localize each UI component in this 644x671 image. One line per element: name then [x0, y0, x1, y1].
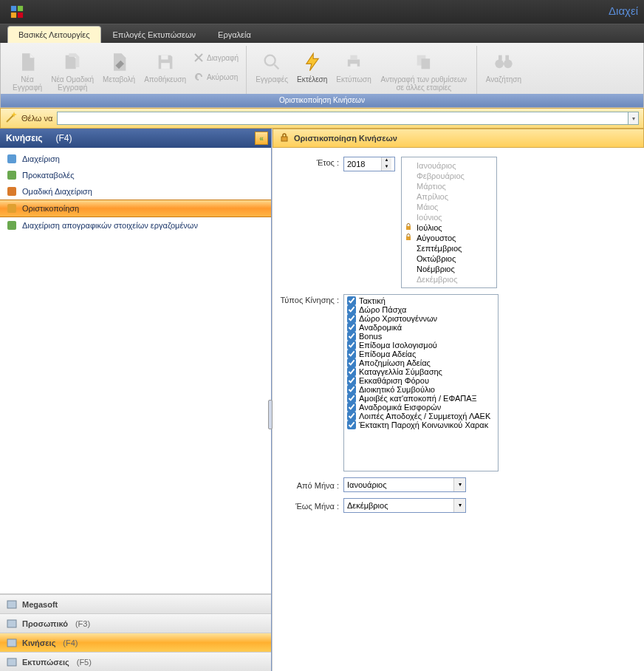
month-item: Δεκέμβριος [402, 274, 496, 285]
chevron-down-icon[interactable]: ▾ [453, 499, 465, 512]
sidebar-item[interactable]: Οριστικοποίηση [0, 200, 271, 217]
svg-point-13 [504, 60, 513, 69]
year-spin-down[interactable]: ▼ [382, 164, 391, 171]
type-item[interactable]: Αποζημίωση Αδείας [346, 358, 496, 367]
type-label: Επίδομα Αδείας [359, 350, 416, 358]
type-checkbox[interactable] [347, 305, 356, 314]
search-button[interactable]: Αναζήτηση [482, 47, 526, 86]
svg-rect-9 [350, 64, 357, 69]
list-icon [6, 185, 18, 197]
menu-tab-print-options[interactable]: Επιλογές Εκτυπώσεων [103, 27, 207, 43]
type-label: Τακτική [359, 296, 386, 305]
edit-button[interactable]: Μεταβολή [98, 47, 140, 86]
type-item[interactable]: Bonus [346, 332, 496, 341]
type-checkbox[interactable] [347, 358, 356, 367]
month-item[interactable]: Νοέμβριος [402, 264, 496, 274]
month-list[interactable]: ΙανουάριοςΦεβρουάριοςΜάρτιοςΑπρίλιοςΜάιο… [401, 157, 497, 288]
type-label: Αμοιβές κατ'αποκοπή / ΕΦΑΠΑΞ [359, 394, 477, 403]
month-item[interactable]: Αύγουστος [402, 233, 496, 243]
sidebar-item-label: Διαχείριση [22, 154, 60, 163]
cancel-button[interactable]: Ακύρωση [191, 69, 242, 84]
search-input[interactable] [57, 112, 628, 125]
wand-icon [5, 112, 17, 125]
type-item[interactable]: Καταγγελλία Σύμβασης [346, 367, 496, 376]
splitter-handle[interactable] [268, 400, 273, 429]
svg-rect-19 [7, 204, 16, 213]
month-item[interactable]: Οκτώβριος [402, 253, 496, 264]
svg-rect-21 [7, 601, 16, 608]
type-item[interactable]: Αναδρομικά [346, 323, 496, 332]
type-checkbox[interactable] [347, 367, 356, 376]
pencil-icon [109, 50, 129, 74]
menu-tab-basic[interactable]: Βασικές Λειτουργίες [7, 26, 101, 43]
month-item: Ιούνιος [402, 212, 496, 222]
type-checkbox[interactable] [347, 350, 356, 358]
from-month-label: Από Μήνα : [278, 480, 343, 490]
type-item[interactable]: Διοικητικό Συμβούλιο [346, 385, 496, 394]
search-dropdown[interactable]: ▾ [628, 112, 639, 125]
new-record-button[interactable]: Νέα Εγγραφή [8, 47, 47, 95]
month-item[interactable]: Ιούλιος [402, 222, 496, 233]
sidebar-item[interactable]: Ομαδική Διαχείριση [0, 183, 271, 200]
new-group-record-button[interactable]: Νέα Ομαδική Εγγραφή [47, 47, 98, 95]
list-icon [6, 202, 18, 214]
type-item[interactable]: Αναδρομικά Εισφορών [346, 403, 496, 412]
type-checkbox[interactable] [347, 341, 356, 350]
year-field[interactable] [344, 160, 381, 168]
type-item[interactable]: Δώρο Πάσχα [346, 305, 496, 314]
nav-shortcut: (F4) [63, 638, 78, 647]
list-icon [6, 219, 18, 231]
type-checkbox[interactable] [347, 420, 356, 429]
type-label: Διοικητικό Συμβούλιο [359, 385, 435, 394]
type-checkbox[interactable] [347, 403, 356, 412]
sidebar-item[interactable]: Διαχείριση [0, 151, 271, 167]
month-item[interactable]: Σεπτέμβριος [402, 243, 496, 253]
month-label: Ιούνιος [417, 213, 442, 222]
type-item[interactable]: Τακτική [346, 296, 496, 305]
type-item[interactable]: Δώρο Χριστουγέννων [346, 314, 496, 323]
type-item[interactable]: Έκτακτη Παροχή Κοινωνικού Χαρακ [346, 420, 496, 429]
type-item[interactable]: Επίδομα Ισολογισμού [346, 341, 496, 350]
nav-panel[interactable]: Κινήσεις(F4) [0, 633, 271, 652]
type-item[interactable]: Αμοιβές κατ'αποκοπή / ΕΦΑΠΑΞ [346, 394, 496, 403]
sidebar-item[interactable]: Διαχείριση απογραφικών στοιχείων εργαζομ… [0, 217, 271, 234]
year-spin-up[interactable]: ▲ [382, 157, 391, 164]
sidebar-item[interactable]: Προκαταβολές [0, 167, 271, 183]
type-checkbox[interactable] [347, 376, 356, 385]
from-month-combo[interactable]: Ιανουάριος ▾ [343, 477, 466, 492]
type-item[interactable]: Εκκαθάριση Φόρου [346, 376, 496, 385]
execute-button[interactable]: Εκτέλεση [292, 47, 332, 86]
type-checkbox[interactable] [347, 394, 356, 403]
year-input[interactable]: ▲ ▼ [343, 157, 395, 171]
copy-settings-button[interactable]: Αντιγραφή των ρυθμίσεων σε άλλες εταιρίε… [376, 47, 472, 95]
save-button[interactable]: Αποθήκευση [140, 47, 191, 86]
nav-panel[interactable]: Megasoft [0, 594, 271, 613]
floppy-icon [155, 50, 176, 74]
type-item[interactable]: Επίδομα Αδείας [346, 350, 496, 358]
nav-panel[interactable]: Προσωπικό(F3) [0, 613, 271, 633]
month-label: Νοέμβριος [417, 265, 455, 273]
nav-icon [6, 656, 18, 668]
type-checkbox[interactable] [347, 412, 356, 420]
svg-rect-11 [421, 58, 430, 69]
nav-panel[interactable]: Εκτυπώσεις(F5) [0, 652, 271, 671]
collapse-sidebar-button[interactable]: « [255, 132, 268, 145]
type-checkbox[interactable] [347, 314, 356, 323]
sidebar-item-label: Διαχείριση απογραφικών στοιχείων εργαζομ… [22, 221, 198, 230]
type-checkbox[interactable] [347, 385, 356, 394]
movement-type-list[interactable]: ΤακτικήΔώρο ΠάσχαΔώρο ΧριστουγέννωνΑναδρ… [343, 294, 499, 471]
type-checkbox[interactable] [347, 296, 356, 305]
print-button[interactable]: Εκτύπωση [332, 47, 375, 86]
quick-search-bar: Θέλω να ▾ [0, 108, 644, 129]
chevron-down-icon[interactable]: ▾ [453, 478, 465, 491]
type-checkbox[interactable] [347, 323, 356, 332]
nav-label: Προσωπικό [22, 619, 68, 628]
records-button[interactable]: Εγγραφές [251, 47, 292, 86]
delete-button[interactable]: Διαγραφή [191, 50, 242, 65]
type-item[interactable]: Λοιπές Αποδοχές / Συμμετοχή ΛΑΕΚ [346, 412, 496, 420]
to-month-combo[interactable]: Δεκέμβριος ▾ [343, 498, 466, 513]
lock-icon [405, 234, 412, 242]
type-checkbox[interactable] [347, 332, 356, 341]
menu-tab-tools[interactable]: Εργαλεία [208, 27, 261, 43]
month-item: Απρίλιος [402, 191, 496, 202]
